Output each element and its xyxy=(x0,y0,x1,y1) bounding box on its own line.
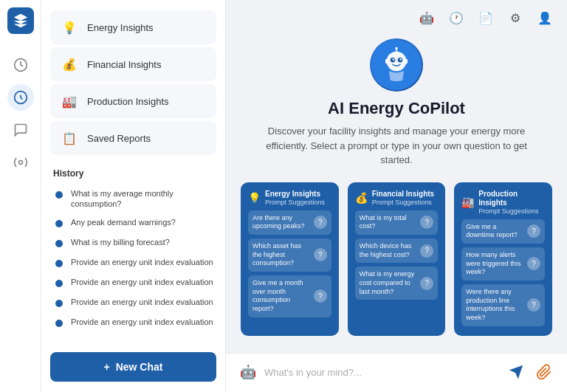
svg-point-10 xyxy=(387,52,407,72)
card-prompt-1-0[interactable]: What is my total cost? ? xyxy=(355,210,439,235)
history-section: History What is my average monthly consu… xyxy=(50,168,216,343)
financial-insights-icon: 💰 xyxy=(59,54,80,75)
middle-panel: 💡 Energy Insights 💰 Financial Insights 🏭… xyxy=(41,0,226,392)
card-prompt-1-1[interactable]: Which device has the highest cost? ? xyxy=(355,238,439,263)
svg-point-4 xyxy=(55,220,63,227)
app-logo[interactable] xyxy=(7,7,34,34)
history-dot-icon xyxy=(53,298,65,309)
card-subtitle-0: Prompt Suggestions xyxy=(265,199,325,206)
card-prompt-btn[interactable]: ? xyxy=(420,277,433,290)
card-prompt-0-2[interactable]: Give me a month over month consumption r… xyxy=(248,275,331,317)
main-content: 🤖 🕐 📄 ⚙ 👤 xyxy=(226,0,567,392)
history-item[interactable]: Provide an energy unit index evaluation xyxy=(50,253,216,273)
input-bot-icon: 🤖 xyxy=(238,362,258,382)
card-titles-0: Energy Insights Prompt Suggestions xyxy=(265,190,325,206)
card-prompt-text: How many alerts were triggered this week… xyxy=(466,251,527,277)
history-item[interactable]: What is my average monthly consumption? xyxy=(50,185,216,213)
chat-input[interactable] xyxy=(264,367,499,378)
card-prompt-btn[interactable]: ? xyxy=(420,216,433,229)
prompt-card-1: 💰 Financial Insights Prompt Suggestions … xyxy=(348,182,446,336)
card-subtitle-2: Prompt Suggestions xyxy=(478,207,545,215)
card-prompt-btn[interactable]: ? xyxy=(420,244,433,258)
card-prompt-text: What is my energy cost compared to last … xyxy=(360,270,421,296)
sidebar-icons-panel xyxy=(0,0,41,392)
svg-point-6 xyxy=(55,260,63,267)
user-header-icon[interactable]: 👤 xyxy=(535,7,555,28)
chat-subtitle: Discover your facility insights and mana… xyxy=(256,124,537,168)
robot-header-icon[interactable]: 🤖 xyxy=(416,7,437,28)
card-prompt-btn[interactable]: ? xyxy=(314,248,327,261)
attach-button[interactable] xyxy=(533,361,555,383)
sidebar-nav-analytics[interactable] xyxy=(7,52,34,78)
nav-saved-reports-label: Saved Reports xyxy=(87,133,151,144)
nav-production-insights[interactable]: 🏭 Production Insights xyxy=(50,84,216,118)
card-prompt-1-2[interactable]: What is my energy cost compared to last … xyxy=(355,267,439,300)
card-icon-1: 💰 xyxy=(355,192,368,204)
chat-area: AI Energy CoPilot Discover your facility… xyxy=(226,31,567,353)
card-prompt-btn[interactable]: ? xyxy=(527,298,540,312)
svg-rect-18 xyxy=(405,59,408,64)
new-chat-icon: + xyxy=(104,361,110,373)
production-insights-icon: 🏭 xyxy=(59,91,80,111)
gear-header-icon[interactable]: ⚙ xyxy=(505,7,526,28)
history-dot-icon xyxy=(53,189,65,201)
svg-point-16 xyxy=(395,47,397,49)
svg-point-7 xyxy=(55,280,63,287)
clock-header-icon[interactable]: 🕐 xyxy=(446,7,467,28)
card-prompt-0-0[interactable]: Are there any upcoming peaks? ? xyxy=(248,210,331,235)
chat-title: AI Energy CoPilot xyxy=(328,99,465,118)
card-prompt-btn[interactable]: ? xyxy=(314,216,327,229)
card-prompt-2-0[interactable]: Give me a downtime report? ? xyxy=(461,219,545,244)
history-item-text: Provide an energy unit index evaluation xyxy=(71,257,213,267)
card-title-0: Energy Insights xyxy=(265,190,325,199)
card-prompt-text: Which asset has the highest consumption? xyxy=(252,242,314,268)
history-item[interactable]: Provide an energy unit index evaluation xyxy=(50,293,216,313)
history-dot-icon xyxy=(53,258,65,269)
svg-rect-17 xyxy=(385,59,388,64)
sidebar-nav-settings[interactable] xyxy=(7,149,34,176)
main-header: 🤖 🕐 📄 ⚙ 👤 xyxy=(226,0,567,31)
card-prompt-text: What is my total cost? xyxy=(360,214,421,231)
history-item[interactable]: Provide an energy unit index evaluation xyxy=(50,313,216,333)
card-prompt-text: Were there any production line interrupt… xyxy=(466,288,527,323)
card-prompt-btn[interactable]: ? xyxy=(527,257,540,270)
history-item-text: Provide an energy unit index evaluation xyxy=(71,317,213,327)
sidebar-nav-energy[interactable] xyxy=(7,84,34,111)
send-button[interactable] xyxy=(505,361,527,383)
history-dot-icon xyxy=(53,218,65,230)
card-prompt-0-1[interactable]: Which asset has the highest consumption?… xyxy=(248,238,331,272)
saved-reports-icon: 📋 xyxy=(59,128,80,148)
history-item-text: What is my billing forecast? xyxy=(71,237,170,247)
history-dot-icon xyxy=(53,317,65,329)
card-prompt-text: Are there any upcoming peaks? xyxy=(252,214,314,231)
new-chat-label: New Chat xyxy=(116,361,163,373)
nav-energy-insights[interactable]: 💡 Energy Insights xyxy=(50,10,216,44)
history-item[interactable]: Any peak demand warnings? xyxy=(50,213,216,233)
new-chat-button[interactable]: + New Chat xyxy=(50,352,216,382)
document-header-icon[interactable]: 📄 xyxy=(475,7,496,28)
history-item[interactable]: Provide an energy unit index evaluation xyxy=(50,273,216,293)
svg-point-8 xyxy=(55,300,63,307)
history-item[interactable]: What is my billing forecast? xyxy=(50,233,216,253)
card-title-1: Financial Insights xyxy=(372,190,434,199)
card-prompt-2-2[interactable]: Were there any production line interrupt… xyxy=(461,284,545,326)
card-prompt-text: Which device has the highest cost? xyxy=(360,242,421,259)
card-titles-2: Production Insights Prompt Suggestions xyxy=(478,190,545,215)
history-item-text: Any peak demand warnings? xyxy=(71,217,176,227)
card-title-2: Production Insights xyxy=(478,190,545,207)
card-prompt-btn[interactable]: ? xyxy=(314,289,327,303)
prompt-card-2: 🏭 Production Insights Prompt Suggestions… xyxy=(454,182,552,336)
card-prompt-btn[interactable]: ? xyxy=(527,224,540,238)
svg-point-5 xyxy=(55,240,63,247)
card-prompt-2-1[interactable]: How many alerts were triggered this week… xyxy=(461,247,545,281)
input-area: 🤖 xyxy=(226,353,567,392)
card-subtitle-1: Prompt Suggestions xyxy=(372,199,434,206)
sidebar-nav-chat[interactable] xyxy=(7,117,34,143)
prompt-card-0: 💡 Energy Insights Prompt Suggestions Are… xyxy=(241,182,339,336)
nav-financial-insights-label: Financial Insights xyxy=(87,59,161,70)
nav-saved-reports[interactable]: 📋 Saved Reports xyxy=(50,121,216,155)
nav-financial-insights[interactable]: 💰 Financial Insights xyxy=(50,47,216,81)
energy-insights-icon: 💡 xyxy=(59,17,80,38)
history-item-text: What is my average monthly consumption? xyxy=(71,188,213,210)
card-prompt-text: Give me a downtime report? xyxy=(466,223,527,240)
